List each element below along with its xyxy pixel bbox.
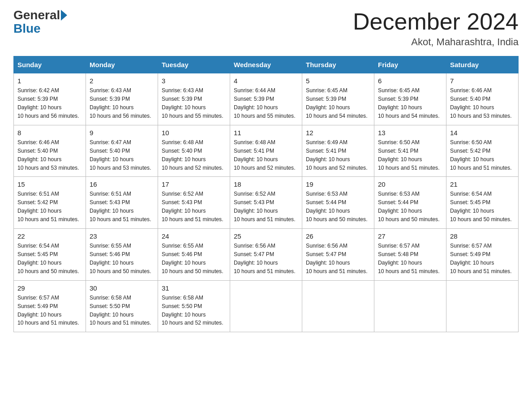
logo-general-text: General [13, 9, 60, 21]
day-info: Sunrise: 6:56 AMSunset: 5:47 PMDaylight:… [306, 242, 370, 276]
day-number: 8 [17, 129, 82, 137]
calendar-cell [302, 280, 374, 332]
title-block: December 2024 Akot, Maharashtra, India [353, 9, 519, 48]
col-header-tuesday: Tuesday [158, 56, 230, 73]
day-number: 4 [234, 77, 298, 85]
day-number: 10 [162, 129, 226, 137]
day-number: 11 [234, 129, 298, 137]
day-info: Sunrise: 6:58 AMSunset: 5:50 PMDaylight:… [162, 294, 226, 328]
day-info: Sunrise: 6:52 AMSunset: 5:43 PMDaylight:… [162, 190, 226, 224]
day-info: Sunrise: 6:57 AMSunset: 5:48 PMDaylight:… [378, 242, 442, 276]
calendar-cell [374, 280, 446, 332]
calendar-cell: 29 Sunrise: 6:57 AMSunset: 5:49 PMDaylig… [14, 280, 86, 332]
day-info: Sunrise: 6:51 AMSunset: 5:42 PMDaylight:… [17, 190, 82, 224]
month-title: December 2024 [353, 9, 519, 34]
calendar-cell: 30 Sunrise: 6:58 AMSunset: 5:50 PMDaylig… [86, 280, 158, 332]
calendar-table: SundayMondayTuesdayWednesdayThursdayFrid… [13, 56, 519, 332]
day-info: Sunrise: 6:56 AMSunset: 5:47 PMDaylight:… [234, 242, 298, 276]
col-header-monday: Monday [86, 56, 158, 73]
day-number: 3 [162, 77, 226, 85]
col-header-thursday: Thursday [302, 56, 374, 73]
day-info: Sunrise: 6:45 AMSunset: 5:39 PMDaylight:… [306, 86, 370, 120]
calendar-cell: 18 Sunrise: 6:52 AMSunset: 5:43 PMDaylig… [230, 177, 302, 229]
calendar-cell: 2 Sunrise: 6:43 AMSunset: 5:39 PMDayligh… [86, 73, 158, 125]
calendar-cell: 24 Sunrise: 6:55 AMSunset: 5:46 PMDaylig… [158, 229, 230, 281]
day-info: Sunrise: 6:58 AMSunset: 5:50 PMDaylight:… [90, 294, 154, 328]
day-info: Sunrise: 6:45 AMSunset: 5:39 PMDaylight:… [378, 86, 442, 120]
day-number: 20 [378, 180, 442, 188]
calendar-week-row: 22 Sunrise: 6:54 AMSunset: 5:45 PMDaylig… [14, 229, 519, 281]
day-info: Sunrise: 6:54 AMSunset: 5:45 PMDaylight:… [17, 242, 82, 276]
day-number: 14 [450, 129, 515, 137]
day-info: Sunrise: 6:48 AMSunset: 5:40 PMDaylight:… [162, 138, 226, 172]
day-info: Sunrise: 6:55 AMSunset: 5:46 PMDaylight:… [162, 242, 226, 276]
calendar-cell: 9 Sunrise: 6:47 AMSunset: 5:40 PMDayligh… [86, 125, 158, 177]
day-number: 26 [306, 232, 370, 240]
day-number: 19 [306, 180, 370, 188]
calendar-cell: 17 Sunrise: 6:52 AMSunset: 5:43 PMDaylig… [158, 177, 230, 229]
calendar-cell: 10 Sunrise: 6:48 AMSunset: 5:40 PMDaylig… [158, 125, 230, 177]
day-number: 6 [378, 77, 442, 85]
day-info: Sunrise: 6:43 AMSunset: 5:39 PMDaylight:… [162, 86, 226, 120]
calendar-cell: 16 Sunrise: 6:51 AMSunset: 5:43 PMDaylig… [86, 177, 158, 229]
calendar-week-row: 29 Sunrise: 6:57 AMSunset: 5:49 PMDaylig… [14, 280, 519, 332]
logo-blue-text: Blue [13, 21, 41, 36]
day-info: Sunrise: 6:44 AMSunset: 5:39 PMDaylight:… [234, 86, 298, 120]
day-number: 7 [450, 77, 515, 85]
calendar-cell [230, 280, 302, 332]
calendar-cell: 14 Sunrise: 6:50 AMSunset: 5:42 PMDaylig… [446, 125, 519, 177]
day-info: Sunrise: 6:50 AMSunset: 5:41 PMDaylight:… [378, 138, 442, 172]
day-number: 23 [90, 232, 154, 240]
day-info: Sunrise: 6:48 AMSunset: 5:41 PMDaylight:… [234, 138, 298, 172]
calendar-cell: 8 Sunrise: 6:46 AMSunset: 5:40 PMDayligh… [14, 125, 86, 177]
day-number: 30 [90, 284, 154, 292]
page-header: General Blue December 2024 Akot, Maharas… [13, 9, 519, 48]
calendar-cell: 5 Sunrise: 6:45 AMSunset: 5:39 PMDayligh… [302, 73, 374, 125]
calendar-cell: 26 Sunrise: 6:56 AMSunset: 5:47 PMDaylig… [302, 229, 374, 281]
calendar-cell: 19 Sunrise: 6:53 AMSunset: 5:44 PMDaylig… [302, 177, 374, 229]
day-number: 22 [17, 232, 82, 240]
calendar-cell: 1 Sunrise: 6:42 AMSunset: 5:39 PMDayligh… [14, 73, 86, 125]
calendar-cell: 4 Sunrise: 6:44 AMSunset: 5:39 PMDayligh… [230, 73, 302, 125]
day-info: Sunrise: 6:46 AMSunset: 5:40 PMDaylight:… [450, 86, 515, 120]
day-number: 2 [90, 77, 154, 85]
day-number: 5 [306, 77, 370, 85]
col-header-wednesday: Wednesday [230, 56, 302, 73]
calendar-cell: 15 Sunrise: 6:51 AMSunset: 5:42 PMDaylig… [14, 177, 86, 229]
logo-arrow-icon [61, 10, 67, 21]
calendar-cell: 28 Sunrise: 6:57 AMSunset: 5:49 PMDaylig… [446, 229, 519, 281]
day-number: 12 [306, 129, 370, 137]
day-number: 16 [90, 180, 154, 188]
calendar-cell: 6 Sunrise: 6:45 AMSunset: 5:39 PMDayligh… [374, 73, 446, 125]
col-header-friday: Friday [374, 56, 446, 73]
day-info: Sunrise: 6:46 AMSunset: 5:40 PMDaylight:… [17, 138, 82, 172]
calendar-cell: 20 Sunrise: 6:53 AMSunset: 5:44 PMDaylig… [374, 177, 446, 229]
day-info: Sunrise: 6:54 AMSunset: 5:45 PMDaylight:… [450, 190, 515, 224]
day-number: 17 [162, 180, 226, 188]
day-number: 15 [17, 180, 82, 188]
day-info: Sunrise: 6:57 AMSunset: 5:49 PMDaylight:… [450, 242, 515, 276]
calendar-cell: 21 Sunrise: 6:54 AMSunset: 5:45 PMDaylig… [446, 177, 519, 229]
day-number: 13 [378, 129, 442, 137]
calendar-cell: 11 Sunrise: 6:48 AMSunset: 5:41 PMDaylig… [230, 125, 302, 177]
calendar-cell: 25 Sunrise: 6:56 AMSunset: 5:47 PMDaylig… [230, 229, 302, 281]
col-header-sunday: Sunday [14, 56, 86, 73]
day-info: Sunrise: 6:49 AMSunset: 5:41 PMDaylight:… [306, 138, 370, 172]
calendar-cell [446, 280, 519, 332]
day-info: Sunrise: 6:42 AMSunset: 5:39 PMDaylight:… [17, 86, 82, 120]
logo: General Blue [13, 9, 68, 36]
day-info: Sunrise: 6:51 AMSunset: 5:43 PMDaylight:… [90, 190, 154, 224]
day-number: 18 [234, 180, 298, 188]
calendar-cell: 3 Sunrise: 6:43 AMSunset: 5:39 PMDayligh… [158, 73, 230, 125]
day-number: 1 [17, 77, 82, 85]
col-header-saturday: Saturday [446, 56, 519, 73]
calendar-cell: 7 Sunrise: 6:46 AMSunset: 5:40 PMDayligh… [446, 73, 519, 125]
calendar-header-row: SundayMondayTuesdayWednesdayThursdayFrid… [14, 56, 519, 73]
day-info: Sunrise: 6:47 AMSunset: 5:40 PMDaylight:… [90, 138, 154, 172]
day-info: Sunrise: 6:53 AMSunset: 5:44 PMDaylight:… [306, 190, 370, 224]
day-number: 25 [234, 232, 298, 240]
calendar-cell: 13 Sunrise: 6:50 AMSunset: 5:41 PMDaylig… [374, 125, 446, 177]
day-number: 31 [162, 284, 226, 292]
day-number: 29 [17, 284, 82, 292]
day-info: Sunrise: 6:50 AMSunset: 5:42 PMDaylight:… [450, 138, 515, 172]
